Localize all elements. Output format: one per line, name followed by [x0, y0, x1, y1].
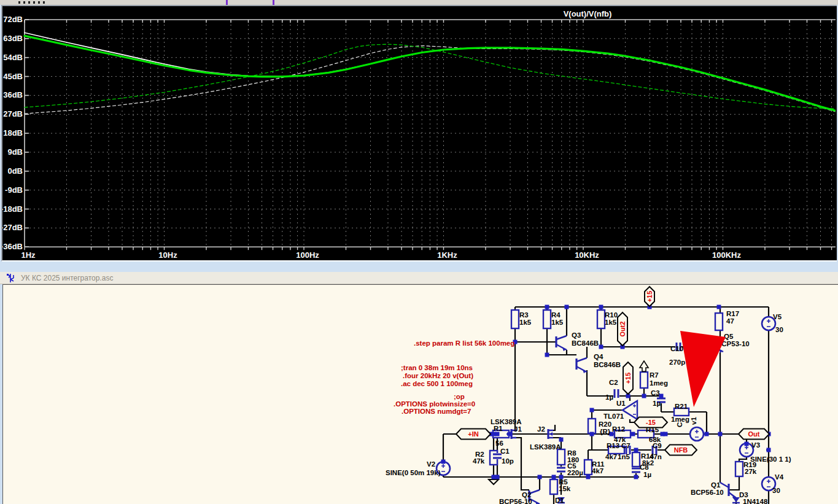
- junction-dot: [565, 305, 569, 309]
- plot-grid: [25, 20, 836, 250]
- y-axis-label: 0dB: [7, 166, 23, 176]
- junction-dot: [545, 353, 549, 357]
- spice-directive[interactable]: .OPTIONS numdgt=7: [402, 408, 471, 415]
- spice-directive[interactable]: ;tran 0 38m 19m 10ns: [401, 364, 473, 371]
- spice-directive[interactable]: .four 20kHz 20 v(Out): [403, 372, 473, 379]
- schematic-file-icon: [6, 273, 17, 284]
- junction-dot: [590, 432, 594, 436]
- component-rail-arrow[interactable]: [640, 361, 648, 371]
- junction-dot: [717, 305, 721, 309]
- component-R11[interactable]: [584, 460, 592, 475]
- toolbar-fragment-mark: [33, 1, 35, 4]
- resistor-body: [735, 462, 743, 476]
- net-flag-Out[interactable]: Out: [739, 429, 769, 440]
- flag-label: -15: [646, 419, 656, 426]
- component-label: C8: [640, 463, 649, 471]
- component-label: 1k5: [551, 319, 564, 326]
- component-label: Q3: [572, 331, 581, 339]
- trace-title[interactable]: V(out)/V(nfb): [564, 9, 612, 18]
- component-R7[interactable]: [640, 372, 648, 388]
- spice-directive[interactable]: ;op: [454, 393, 465, 400]
- resistor-body: [715, 313, 723, 330]
- component-label: Q1: [711, 481, 721, 489]
- component-label: R21: [675, 403, 688, 410]
- toolbar-fragment-mark: [23, 1, 25, 4]
- component-label: R10: [605, 311, 618, 319]
- component-label: 1N4148: [743, 498, 768, 504]
- net-flag-15[interactable]: +15: [645, 287, 654, 306]
- component-label: R3: [519, 311, 529, 319]
- waveform-pane[interactable]: V(out)/V(nfb) 72dB63dB54dB45dB36dB27dB18…: [1, 5, 837, 262]
- spice-directive[interactable]: .OPTIONS plotwinsize=0: [394, 400, 475, 408]
- schematic-drawing[interactable]: +15Out2+15-15NFBOut+INR31k5R41k5R101k5R1…: [3, 285, 838, 504]
- component-label: D1: [555, 497, 564, 504]
- component-label: 56: [495, 440, 503, 447]
- component-label: R17: [726, 310, 739, 317]
- component-Q3[interactable]: [556, 336, 567, 351]
- junction-dot: [634, 448, 638, 452]
- component-Q4[interactable]: [576, 358, 587, 373]
- spice-directive[interactable]: .ac dec 500 1 100meg: [401, 380, 473, 387]
- junction-dot: [538, 475, 542, 479]
- waveform-plot[interactable]: V(out)/V(nfb) 72dB63dB54dB45dB36dB27dB18…: [2, 6, 836, 260]
- toolbar-fragment-tick: [273, 0, 274, 5]
- component-label: R4: [551, 311, 561, 319]
- component-label: 30: [775, 326, 783, 333]
- y-axis-label: 45dB: [3, 72, 23, 81]
- component-J2[interactable]: [548, 429, 553, 439]
- component-label: 1k5: [519, 319, 532, 326]
- component-C2[interactable]: [613, 389, 619, 398]
- component-label: C10: [670, 345, 683, 352]
- resistor-body: [597, 310, 605, 328]
- x-axis-label: 1KHz: [437, 250, 457, 260]
- resistor-body: [640, 372, 648, 388]
- component-label: V5: [773, 313, 782, 320]
- component-v1[interactable]: [690, 427, 704, 441]
- trace-run2-phase-dashed-white[interactable]: [25, 46, 836, 114]
- x-axis-label: 10Hz: [158, 250, 177, 260]
- component-R5[interactable]: [550, 479, 557, 494]
- y-axis-label: 72dB: [3, 15, 23, 24]
- schematic-tab-title[interactable]: УК КС 2025 интегратор.asc: [21, 274, 113, 282]
- component-label: 4k7: [592, 467, 603, 475]
- component-GND1[interactable]: [489, 479, 499, 484]
- component-R17[interactable]: [715, 313, 723, 330]
- net-flag-Out2[interactable]: Out2: [618, 312, 627, 346]
- y-axis-label: -18dB: [2, 204, 23, 214]
- junction-dot: [492, 432, 496, 436]
- junction-dot: [495, 475, 500, 479]
- net-flag-NFB[interactable]: NFB: [665, 445, 697, 456]
- schematic-tab[interactable]: УК КС 2025 интегратор.asc: [0, 272, 838, 284]
- component-R8[interactable]: [557, 449, 565, 465]
- component-label: J1: [514, 425, 522, 433]
- jfet-gate-arrow: [549, 432, 553, 436]
- resistor-body: [511, 310, 519, 328]
- component-C5[interactable]: [556, 467, 566, 473]
- net-flag-15[interactable]: +15: [623, 362, 633, 394]
- component-label: 1meg: [671, 416, 689, 423]
- junction-dot: [705, 432, 709, 436]
- component-R4[interactable]: [543, 310, 551, 328]
- flag-label: +15: [624, 373, 632, 384]
- schematic-canvas[interactable]: +15Out2+15-15NFBOut+INR31k5R41k5R101k5R1…: [2, 284, 838, 504]
- spice-directive[interactable]: .step param R list 56k 100meg: [414, 339, 514, 347]
- y-axis-label: 36dB: [3, 90, 23, 99]
- x-axis-label: 1Hz: [21, 250, 36, 260]
- junction-dot: [718, 432, 723, 436]
- toolbar-fragment-mark: [38, 1, 40, 4]
- component-R14[interactable]: [632, 452, 640, 467]
- component-label: 1µ: [605, 394, 613, 401]
- component-label: {R}: [600, 428, 611, 435]
- bjt-legs: [556, 336, 567, 350]
- component-R20[interactable]: [588, 419, 596, 433]
- component-R19[interactable]: [735, 462, 743, 476]
- junction-dot: [586, 475, 591, 479]
- component-R10[interactable]: [597, 310, 605, 328]
- toolbar-fragment-mark: [43, 1, 45, 4]
- net-flag-IN[interactable]: +IN: [456, 429, 491, 440]
- component-label: C3: [651, 389, 660, 397]
- resistor-body: [632, 452, 640, 467]
- component-R3[interactable]: [511, 310, 519, 328]
- junction-dot: [590, 408, 594, 413]
- junction-dot: [664, 432, 668, 436]
